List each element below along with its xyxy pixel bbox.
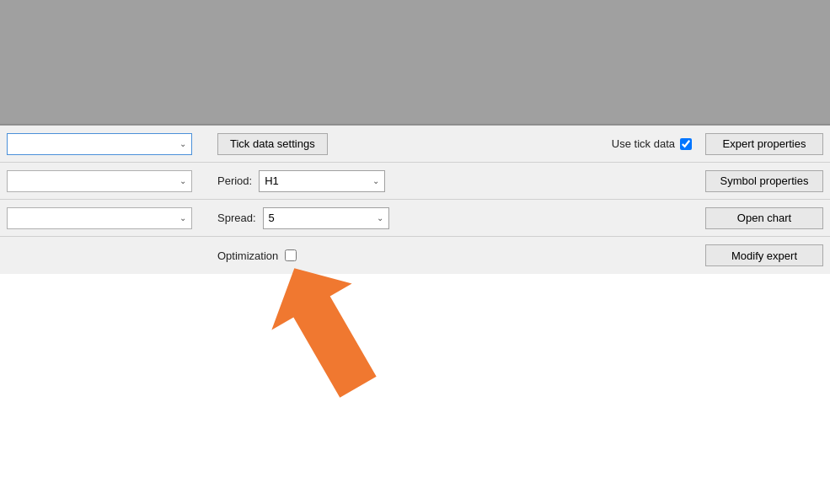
spread-label: Spread: bbox=[217, 212, 256, 224]
row2-left: ⌄ bbox=[0, 170, 211, 192]
expert-properties-button[interactable]: Expert properties bbox=[705, 133, 823, 155]
top-gray-area bbox=[0, 0, 830, 125]
row-4: Optimization Modify expert bbox=[0, 237, 830, 274]
symbol-dropdown[interactable]: ⌄ bbox=[7, 133, 192, 155]
row-2: ⌄ Period: H1 ⌄ Symbol properties bbox=[0, 163, 830, 200]
row-1: ⌄ Tick data settings Use tick data Exper… bbox=[0, 126, 830, 163]
row4-right: Modify expert bbox=[661, 244, 830, 266]
use-tick-data-label: Use tick data bbox=[612, 137, 675, 150]
spread-dropdown-chevron: ⌄ bbox=[377, 213, 383, 223]
row1-right: Use tick data Expert properties bbox=[605, 133, 830, 155]
spread-dropdown[interactable]: 5 ⌄ bbox=[263, 207, 389, 229]
optimization-label: Optimization bbox=[217, 249, 278, 262]
modify-expert-button[interactable]: Modify expert bbox=[705, 244, 823, 266]
bottom-area bbox=[0, 274, 830, 442]
symbol-dropdown-chevron: ⌄ bbox=[179, 139, 186, 148]
row4-mid: Optimization bbox=[211, 249, 661, 262]
period-dropdown-value: H1 bbox=[265, 174, 279, 187]
row3-mid: Spread: 5 ⌄ bbox=[211, 207, 661, 229]
period-dropdown-chevron: ⌄ bbox=[372, 176, 379, 185]
row-3: ⌄ Spread: 5 ⌄ Open chart bbox=[0, 200, 830, 237]
controls-section: ⌄ Tick data settings Use tick data Exper… bbox=[0, 126, 830, 274]
expert-dropdown-chevron: ⌄ bbox=[179, 176, 186, 185]
row2-mid: Period: H1 ⌄ bbox=[211, 170, 661, 192]
open-chart-button[interactable]: Open chart bbox=[705, 207, 823, 229]
period-label: Period: bbox=[217, 174, 252, 187]
use-tick-data-checkbox[interactable] bbox=[680, 138, 692, 150]
row1-left: ⌄ bbox=[0, 133, 211, 155]
model-dropdown-chevron: ⌄ bbox=[179, 213, 186, 223]
spread-dropdown-value: 5 bbox=[269, 212, 275, 224]
period-dropdown[interactable]: H1 ⌄ bbox=[259, 170, 385, 192]
expert-dropdown[interactable]: ⌄ bbox=[7, 170, 192, 192]
row2-right: Symbol properties bbox=[661, 170, 830, 192]
tick-data-settings-button[interactable]: Tick data settings bbox=[217, 133, 328, 155]
symbol-properties-button[interactable]: Symbol properties bbox=[705, 170, 823, 192]
row1-mid: Tick data settings bbox=[211, 133, 605, 155]
model-dropdown[interactable]: ⌄ bbox=[7, 207, 192, 229]
row3-left: ⌄ bbox=[0, 207, 211, 229]
optimization-checkbox[interactable] bbox=[285, 249, 297, 261]
row3-right: Open chart bbox=[661, 207, 830, 229]
